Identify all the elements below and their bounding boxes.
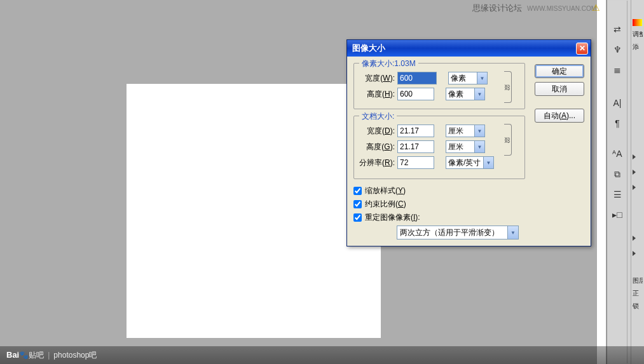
ok-button[interactable]: 确定 (535, 64, 584, 78)
animation-icon[interactable]: ▸□ (608, 205, 626, 224)
expand-triangle-icon[interactable] (633, 154, 636, 159)
panel-lock-label[interactable]: 锁 (633, 302, 643, 311)
doc-width-label: 宽度(D): (359, 126, 395, 137)
doc-height-unit-select[interactable]: 厘米▼ (446, 140, 485, 153)
baidu-logo[interactable]: Bai🐾贴吧 (6, 350, 44, 361)
resolution-label: 分辨率(R): (359, 158, 395, 168)
auto-button[interactable]: 自动(A)... (535, 109, 584, 123)
chevron-down-icon: ▼ (474, 88, 484, 100)
document-canvas[interactable] (127, 84, 381, 338)
cancel-button[interactable]: 取消 (535, 82, 584, 96)
panel-add-label[interactable]: 添 (633, 43, 643, 51)
panel-adjust-label[interactable]: 调整 (633, 30, 643, 39)
icon-strip: ⇄ ♆ ≣ A| ¶ ᴬA ⧉ ☰ ▸□ (607, 1, 627, 363)
clone-icon[interactable]: ⧉ (608, 165, 626, 184)
watermark: 思缘设计论坛 WWW.MISSYUAN.COM (472, 3, 596, 14)
vertical-divider: ⚠ (596, 0, 606, 364)
color-swatch[interactable] (633, 19, 642, 26)
pixel-width-input[interactable] (397, 72, 437, 84)
masks-icon[interactable]: ♆ (608, 40, 626, 59)
doc-width-input[interactable] (397, 125, 434, 137)
pixel-dimensions-legend: 像素大小:1.03M (359, 58, 418, 69)
dialog-title: 图像大小 (350, 43, 576, 54)
chevron-down-icon: ▼ (474, 125, 484, 137)
doc-width-unit-select[interactable]: 厘米▼ (446, 125, 485, 137)
navigator-icon[interactable]: ☰ (608, 185, 626, 204)
pixel-width-unit-select[interactable]: 像素▼ (448, 72, 488, 84)
dialog-titlebar[interactable]: 图像大小 ✕ (347, 40, 591, 57)
glyphs-icon[interactable]: ᴬA (608, 144, 626, 163)
resample-image-checkbox[interactable]: 重定图像像素(I): (353, 212, 584, 223)
chain-icon: ⛓ (504, 84, 510, 91)
panel-layers-label[interactable]: 图层 (633, 276, 643, 285)
character-icon[interactable]: A| (608, 93, 626, 112)
collapsed-panels: 调整 添 图层 正 锁 (631, 0, 644, 364)
resolution-unit-select[interactable]: 像素/英寸▼ (446, 156, 494, 169)
pixel-height-unit-select[interactable]: 像素▼ (446, 88, 485, 100)
height-label: 高度(H): (359, 89, 395, 100)
scale-styles-checkbox[interactable]: 缩放样式(Y) (353, 185, 584, 196)
chain-icon: ⛓ (504, 137, 510, 144)
separator: | (48, 351, 50, 360)
styles-icon[interactable]: ≣ (608, 60, 626, 79)
doc-height-label: 高度(G): (359, 142, 395, 152)
warning-icon: ⚠ (592, 3, 600, 13)
document-size-legend: 文档大小: (359, 111, 397, 122)
panel-dock: ⇄ ♆ ≣ A| ¶ ᴬA ⧉ ☰ ▸□ 调整 添 图层 正 锁 (606, 0, 644, 364)
resolution-input[interactable] (397, 156, 434, 169)
expand-triangle-icon[interactable] (633, 236, 636, 241)
chevron-down-icon: ▼ (483, 157, 493, 168)
pixel-dimensions-group: 像素大小:1.03M 宽度(W): 像素▼ 高度(H): 像素▼ ⛓ (353, 63, 525, 109)
chevron-down-icon: ▼ (474, 141, 484, 152)
document-size-group: 文档大小: 宽度(D): 厘米▼ 高度(G): 厘米▼ 分辨率(R): 像素/英… (353, 116, 525, 179)
paragraph-icon[interactable]: ¶ (608, 114, 626, 133)
expand-triangle-icon[interactable] (633, 185, 636, 190)
pixel-height-input[interactable] (397, 88, 434, 100)
adjustments-icon[interactable]: ⇄ (608, 20, 626, 39)
page-footer: Bai🐾贴吧 | photoshop吧 (0, 346, 644, 364)
link-bracket-icon: ⛓ (504, 124, 512, 156)
image-size-dialog: 图像大小 ✕ 确定 取消 自动(A)... 像素大小:1.03M 宽度(W): … (346, 39, 591, 246)
breadcrumb-page[interactable]: photoshop吧 (53, 350, 97, 361)
link-bracket-icon: ⛓ (504, 71, 512, 103)
close-button[interactable]: ✕ (576, 43, 588, 55)
chevron-down-icon: ▼ (507, 226, 518, 239)
panel-normal-label[interactable]: 正 (633, 289, 643, 298)
chevron-down-icon: ▼ (477, 72, 487, 84)
expand-triangle-icon[interactable] (633, 170, 636, 175)
resample-method-select[interactable]: 两次立方（适用于平滑渐变）▼ (397, 226, 519, 239)
doc-height-input[interactable] (397, 140, 434, 153)
expand-triangle-icon[interactable] (633, 251, 636, 256)
width-label: 宽度(W): (359, 73, 395, 84)
constrain-proportions-checkbox[interactable]: 约束比例(C) (353, 199, 584, 210)
